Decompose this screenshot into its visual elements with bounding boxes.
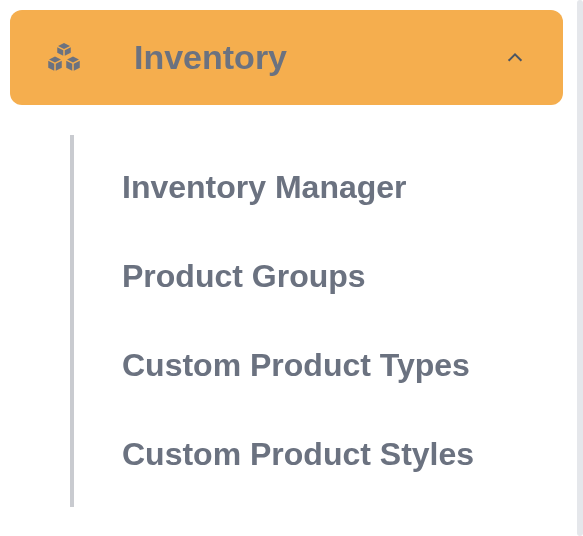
inventory-submenu: Inventory Manager Product Groups Custom … bbox=[70, 135, 563, 507]
submenu-item-product-groups[interactable]: Product Groups bbox=[122, 232, 522, 321]
boxes-icon bbox=[46, 40, 82, 76]
submenu-item-inventory-manager[interactable]: Inventory Manager bbox=[122, 143, 522, 232]
submenu-item-custom-product-types[interactable]: Custom Product Types bbox=[122, 321, 522, 410]
inventory-menu-header[interactable]: Inventory bbox=[10, 10, 563, 105]
inventory-menu-label: Inventory bbox=[134, 38, 527, 77]
chevron-up-icon bbox=[503, 46, 527, 70]
right-border-divider bbox=[577, 0, 583, 536]
submenu-item-custom-product-styles[interactable]: Custom Product Styles bbox=[122, 410, 522, 499]
